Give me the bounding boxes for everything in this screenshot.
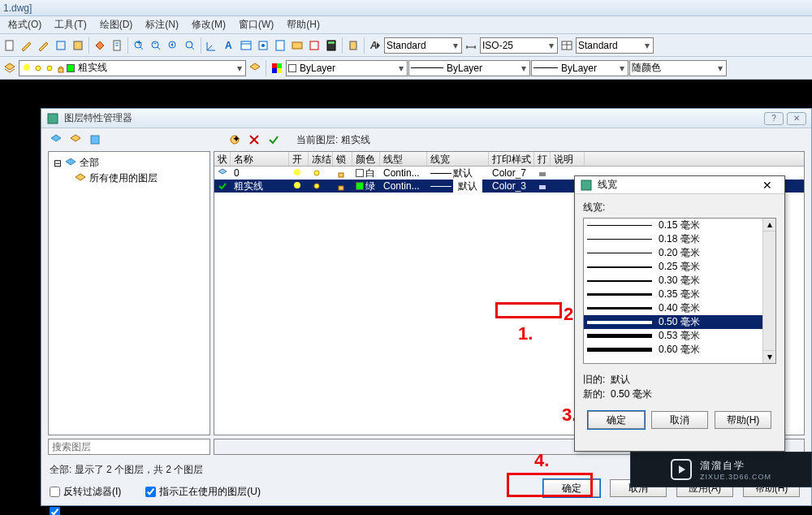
zoom-ext-icon[interactable] xyxy=(182,37,198,54)
match-icon[interactable] xyxy=(92,37,108,54)
bulb-icon[interactable] xyxy=(292,168,302,178)
delete-layer-icon[interactable] xyxy=(246,132,262,148)
col-name[interactable]: 名称 xyxy=(231,152,289,166)
lineweight-option[interactable]: 0.53 毫米 xyxy=(584,329,775,343)
lock-icon[interactable] xyxy=(336,181,346,191)
sheet-icon[interactable] xyxy=(109,37,125,54)
menu-tools[interactable]: 工具(T) xyxy=(48,16,93,33)
text-icon[interactable]: A xyxy=(221,37,237,54)
lineweight-option[interactable]: 0.35 毫米 xyxy=(584,288,775,301)
zoom-prev-icon[interactable] xyxy=(165,37,181,54)
cell-plotstyle[interactable]: Color_7 xyxy=(489,167,534,179)
sun-icon[interactable] xyxy=(312,181,322,191)
wcs-icon[interactable] xyxy=(204,37,220,54)
printer-icon[interactable] xyxy=(538,181,547,191)
new-icon[interactable] xyxy=(2,37,18,54)
color-swatch[interactable] xyxy=(356,182,364,190)
lw-help-button[interactable]: 帮助(H) xyxy=(715,411,771,429)
menu-dim[interactable]: 标注(N) xyxy=(139,16,185,33)
box-icon[interactable] xyxy=(70,37,86,54)
pencil2-icon[interactable] xyxy=(36,37,52,54)
new-filter-icon[interactable] xyxy=(48,132,64,148)
pencil-icon[interactable] xyxy=(19,37,35,54)
collapse-icon[interactable]: ⊟ xyxy=(54,158,62,169)
layers-icon[interactable] xyxy=(2,60,18,76)
cell-linetype[interactable]: Contin... xyxy=(380,167,427,179)
lineweight-option[interactable]: 0.60 毫米 xyxy=(584,343,775,357)
paste-icon[interactable] xyxy=(345,37,361,54)
lineweight-option[interactable]: 0.20 毫米 xyxy=(584,246,775,260)
printer-icon[interactable] xyxy=(538,168,547,178)
lineweight-listbox[interactable]: 0.15 毫米0.18 毫米0.20 毫米0.25 毫米0.30 毫米0.35 … xyxy=(583,218,776,364)
tree-root[interactable]: 全部 xyxy=(80,156,99,170)
new-group-icon[interactable] xyxy=(67,132,84,148)
props-icon[interactable] xyxy=(238,37,254,54)
menu-help[interactable]: 帮助(H) xyxy=(280,16,326,33)
menu-modify[interactable]: 修改(M) xyxy=(185,16,232,33)
block-icon[interactable] xyxy=(53,37,69,54)
lineweight-option[interactable]: 0.30 毫米 xyxy=(584,274,775,288)
text-style-combo[interactable]: Standard▾ xyxy=(384,37,462,54)
indicate-in-use-checkbox[interactable]: 指示正在使用的图层(U) xyxy=(145,485,261,499)
table-style-combo[interactable]: Standard▾ xyxy=(576,37,654,54)
layer-combo[interactable]: 粗实线 ▾ xyxy=(19,60,246,76)
col-on[interactable]: 开 xyxy=(289,152,309,166)
new-layer-icon[interactable]: ✦ xyxy=(227,132,243,148)
dimstyle-icon[interactable] xyxy=(463,37,479,54)
col-desc[interactable]: 说明 xyxy=(551,152,585,166)
color-icon[interactable] xyxy=(269,60,285,76)
layers2-icon[interactable] xyxy=(247,60,263,76)
scroll-down-icon[interactable]: ▾ xyxy=(763,350,775,363)
close-icon[interactable]: ✕ xyxy=(787,112,806,125)
textstyle-icon[interactable]: A xyxy=(367,37,383,54)
col-status[interactable]: 状 xyxy=(214,152,231,166)
tree-child[interactable]: 所有使用的图层 xyxy=(89,171,158,185)
help-icon[interactable]: ? xyxy=(764,112,784,125)
lock-icon[interactable] xyxy=(336,168,346,178)
search-layer-input[interactable] xyxy=(48,439,210,455)
lw-cancel-button[interactable]: 取消 xyxy=(651,411,708,429)
dc-icon[interactable] xyxy=(255,37,271,54)
dim-style-combo[interactable]: ISO-25▾ xyxy=(480,37,558,54)
ok-button[interactable]: 确定 xyxy=(543,479,600,497)
bycolor-combo[interactable]: 随颜色 ▾ xyxy=(629,60,727,76)
menu-format[interactable]: 格式(O) xyxy=(2,16,48,33)
col-linetype[interactable]: 线型 xyxy=(380,152,427,166)
lineweight-combo[interactable]: ByLayer ▾ xyxy=(408,60,530,76)
col-plotstyle[interactable]: 打印样式 xyxy=(489,152,534,166)
linetype-combo[interactable]: ByLayer ▾ xyxy=(286,60,408,76)
col-plot[interactable]: 打 xyxy=(534,152,551,166)
col-lineweight[interactable]: 线宽 xyxy=(427,152,489,166)
col-color[interactable]: 颜色 xyxy=(352,152,380,166)
lineweight-option[interactable]: 0.40 毫米 xyxy=(584,301,775,315)
zoom-out-icon[interactable]: - xyxy=(148,37,164,54)
states-icon[interactable] xyxy=(87,132,103,148)
invert-filter-checkbox[interactable]: 反转过滤器(I) xyxy=(50,485,121,499)
cell-name[interactable]: 粗实线 xyxy=(231,180,289,193)
lineweight-option[interactable]: 0.15 毫米 xyxy=(584,219,775,232)
cell-lineweight[interactable]: 默认 xyxy=(453,167,473,180)
cell-lineweight[interactable]: 默认 xyxy=(453,180,482,193)
col-lock[interactable]: 锁 xyxy=(333,152,352,166)
scroll-up-icon[interactable]: ▴ xyxy=(763,219,775,232)
zoom-in-icon[interactable]: + xyxy=(131,37,147,54)
plotstyle-combo[interactable]: ByLayer ▾ xyxy=(531,60,628,76)
calc-icon[interactable] xyxy=(323,37,339,54)
bulb-icon[interactable] xyxy=(292,181,302,191)
set-current-icon[interactable] xyxy=(266,132,282,148)
scrollbar-v[interactable]: ▴ ▾ xyxy=(762,219,775,363)
lineweight-option[interactable]: 0.50 毫米 xyxy=(584,315,775,329)
close-icon[interactable]: ✕ xyxy=(755,179,780,192)
tp-icon[interactable] xyxy=(272,37,288,54)
col-freeze[interactable]: 冻结 xyxy=(309,152,333,166)
sun-icon[interactable] xyxy=(312,168,322,178)
lineweight-option[interactable]: 0.25 毫米 xyxy=(584,260,775,274)
lineweight-option[interactable]: 0.18 毫米 xyxy=(584,232,775,246)
lw-titlebar[interactable]: 线宽 ✕ xyxy=(575,176,784,194)
dialog-titlebar[interactable]: 图层特性管理器 ? ✕ xyxy=(41,109,811,128)
ssm-icon[interactable] xyxy=(289,37,305,54)
mark-icon[interactable] xyxy=(306,37,322,54)
color-swatch[interactable] xyxy=(356,169,364,177)
lw-ok-button[interactable]: 确定 xyxy=(588,411,645,429)
cell-linetype[interactable]: Contin... xyxy=(380,180,427,192)
